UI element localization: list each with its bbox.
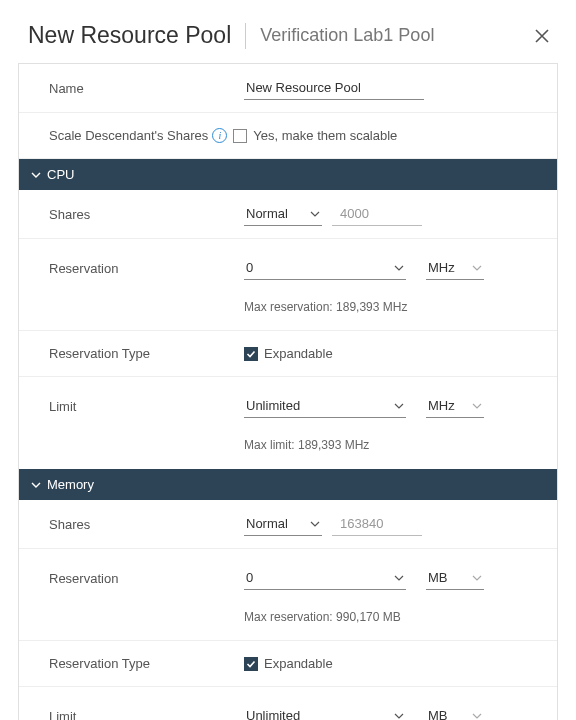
close-icon	[534, 28, 550, 44]
memory-reservation-label: Reservation	[49, 571, 244, 586]
memory-section-title: Memory	[47, 477, 94, 492]
dialog: New Resource Pool Verification Lab1 Pool…	[0, 0, 576, 720]
chevron-down-icon	[394, 401, 404, 411]
cpu-reservation-type-row: Reservation Type Expandable	[19, 331, 557, 377]
scale-label: Scale Descendant's Shares	[49, 128, 208, 143]
cpu-reservation-value: 0	[246, 260, 253, 275]
dialog-title: New Resource Pool	[28, 22, 231, 49]
cpu-shares-row: Shares Normal	[19, 190, 557, 239]
chevron-down-icon	[394, 711, 404, 721]
memory-reservation-row: Reservation 0 MB	[19, 549, 557, 595]
scale-row: Scale Descendant's Shares i Yes, make th…	[19, 113, 557, 159]
chevron-down-icon	[310, 519, 320, 529]
cpu-limit-row: Limit Unlimited MHz	[19, 377, 557, 423]
chevron-down-icon	[472, 573, 482, 583]
cpu-limit-select[interactable]: Unlimited	[244, 394, 406, 418]
scale-checkbox[interactable]: Yes, make them scalable	[233, 128, 397, 143]
memory-reservation-value: 0	[246, 570, 253, 585]
cpu-reservation-type-label: Reservation Type	[49, 346, 244, 361]
cpu-limit-hint-row: Max limit: 189,393 MHz	[19, 423, 557, 469]
memory-reservation-unit-select[interactable]: MB	[426, 566, 484, 590]
memory-reservation-hint-row: Max reservation: 990,170 MB	[19, 595, 557, 641]
cpu-expandable-checkbox[interactable]: Expandable	[244, 346, 333, 361]
chevron-down-icon	[31, 480, 41, 490]
cpu-shares-level-value: Normal	[246, 206, 288, 221]
chevron-down-icon	[472, 401, 482, 411]
cpu-reservation-label: Reservation	[49, 261, 244, 276]
memory-expandable-checkbox[interactable]: Expandable	[244, 656, 333, 671]
memory-shares-value-input	[332, 512, 422, 536]
cpu-limit-label: Limit	[49, 399, 244, 414]
info-icon[interactable]: i	[212, 128, 227, 143]
cpu-shares-label: Shares	[49, 207, 244, 222]
checkbox-checked-icon	[244, 347, 258, 361]
cpu-section-header[interactable]: CPU	[19, 159, 557, 190]
chevron-down-icon	[394, 263, 404, 273]
name-row: Name	[19, 64, 557, 113]
memory-shares-level-value: Normal	[246, 516, 288, 531]
cpu-shares-value-input	[332, 202, 422, 226]
memory-reservation-hint: Max reservation: 990,170 MB	[244, 610, 401, 624]
memory-limit-unit: MB	[428, 708, 448, 720]
cpu-shares-level-select[interactable]: Normal	[244, 202, 322, 226]
cpu-reservation-hint-row: Max reservation: 189,393 MHz	[19, 285, 557, 331]
cpu-limit-unit-select[interactable]: MHz	[426, 394, 484, 418]
chevron-down-icon	[472, 263, 482, 273]
cpu-reservation-hint: Max reservation: 189,393 MHz	[244, 300, 407, 314]
name-label: Name	[49, 81, 244, 96]
cpu-reservation-select[interactable]: 0	[244, 256, 406, 280]
memory-limit-row: Limit Unlimited MB	[19, 687, 557, 720]
checkbox-icon	[233, 129, 247, 143]
memory-shares-label: Shares	[49, 517, 244, 532]
memory-reservation-type-row: Reservation Type Expandable	[19, 641, 557, 687]
cpu-limit-unit: MHz	[428, 398, 455, 413]
memory-limit-select[interactable]: Unlimited	[244, 704, 406, 720]
memory-section-header[interactable]: Memory	[19, 469, 557, 500]
cpu-expandable-label: Expandable	[264, 346, 333, 361]
checkbox-checked-icon	[244, 657, 258, 671]
cpu-reservation-unit: MHz	[428, 260, 455, 275]
memory-reservation-unit: MB	[428, 570, 448, 585]
scale-checkbox-label: Yes, make them scalable	[253, 128, 397, 143]
divider	[245, 23, 246, 49]
form-panel: Name Scale Descendant's Shares i Yes, ma…	[18, 63, 558, 720]
memory-shares-row: Shares Normal	[19, 500, 557, 549]
memory-limit-label: Limit	[49, 709, 244, 721]
cpu-reservation-unit-select[interactable]: MHz	[426, 256, 484, 280]
chevron-down-icon	[310, 209, 320, 219]
dialog-subtitle: Verification Lab1 Pool	[260, 25, 434, 46]
memory-limit-unit-select[interactable]: MB	[426, 704, 484, 720]
memory-expandable-label: Expandable	[264, 656, 333, 671]
memory-reservation-select[interactable]: 0	[244, 566, 406, 590]
name-input[interactable]	[244, 76, 424, 100]
memory-reservation-type-label: Reservation Type	[49, 656, 244, 671]
cpu-limit-hint: Max limit: 189,393 MHz	[244, 438, 369, 452]
chevron-down-icon	[472, 711, 482, 721]
memory-shares-level-select[interactable]: Normal	[244, 512, 322, 536]
cpu-limit-value: Unlimited	[246, 398, 300, 413]
dialog-header: New Resource Pool Verification Lab1 Pool	[18, 12, 558, 63]
chevron-down-icon	[31, 170, 41, 180]
cpu-reservation-row: Reservation 0 MHz	[19, 239, 557, 285]
cpu-section-title: CPU	[47, 167, 74, 182]
memory-limit-value: Unlimited	[246, 708, 300, 720]
close-button[interactable]	[530, 24, 554, 48]
chevron-down-icon	[394, 573, 404, 583]
